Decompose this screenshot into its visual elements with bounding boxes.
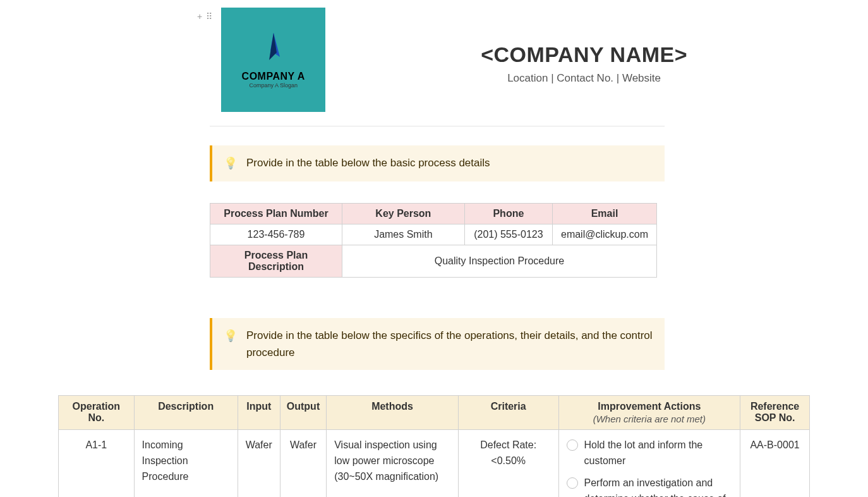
criteria-line-2: <0.50% bbox=[466, 453, 551, 469]
action-text-0: Hold the lot and inform the customer bbox=[584, 438, 733, 469]
header-row: + ⠿ COMPANY A Company A Slogan <COMPANY … bbox=[197, 8, 868, 112]
radio-unchecked-icon[interactable] bbox=[567, 439, 578, 451]
company-contact-line[interactable]: Location | Contact No. | Website bbox=[325, 72, 843, 85]
company-name-title[interactable]: <COMPANY NAME> bbox=[325, 42, 843, 67]
block-controls: + ⠿ bbox=[197, 11, 212, 21]
cell-plan-description[interactable]: Quality Inspection Procedure bbox=[342, 245, 656, 277]
cell-description[interactable]: Incoming Inspection Procedure bbox=[134, 430, 238, 497]
th-phone: Phone bbox=[464, 203, 552, 224]
callout-text-2: Provide in the table below the specifics… bbox=[246, 327, 653, 361]
th-plan-description: Process Plan Description bbox=[210, 245, 342, 277]
cell-phone[interactable]: (201) 555-0123 bbox=[464, 224, 552, 245]
cell-op-no[interactable]: A1-1 bbox=[59, 430, 135, 497]
callout-process-details[interactable]: 💡 Provide in the table below the basic p… bbox=[210, 145, 665, 181]
th-input: Input bbox=[238, 396, 280, 430]
process-values-row: 123-456-789 James Smith (201) 555-0123 e… bbox=[210, 224, 657, 245]
cell-output[interactable]: Wafer bbox=[280, 430, 326, 497]
ops-row-0: A1-1 Incoming Inspection Procedure Wafer… bbox=[59, 430, 810, 497]
radio-unchecked-icon[interactable] bbox=[567, 477, 578, 489]
cell-ref-sop[interactable]: AA-B-0001 bbox=[740, 430, 810, 497]
header-divider bbox=[210, 126, 665, 126]
callout-operations[interactable]: 💡 Provide in the table below the specifi… bbox=[210, 318, 665, 370]
criteria-line-1: Defect Rate: bbox=[466, 438, 551, 453]
th-methods: Methods bbox=[327, 396, 459, 430]
callout-text-1: Provide in the table below the basic pro… bbox=[246, 154, 490, 171]
logo-slogan: Company A Slogan bbox=[249, 82, 298, 89]
th-op-no: Operation No. bbox=[59, 396, 135, 430]
company-logo-tile[interactable]: COMPANY A Company A Slogan bbox=[221, 8, 325, 112]
th-plan-number: Process Plan Number bbox=[210, 203, 342, 224]
lightbulb-icon: 💡 bbox=[224, 154, 238, 173]
th-key-person: Key Person bbox=[342, 203, 464, 224]
add-block-icon[interactable]: + bbox=[197, 11, 202, 21]
document-page: + ⠿ COMPANY A Company A Slogan <COMPANY … bbox=[0, 0, 868, 497]
cell-actions[interactable]: Hold the lot and inform the customer Per… bbox=[558, 430, 740, 497]
cell-plan-number[interactable]: 123-456-789 bbox=[210, 224, 342, 245]
company-title-block: <COMPANY NAME> Location | Contact No. | … bbox=[325, 42, 868, 85]
operations-table-wrap: Operation No. Description Input Output M… bbox=[58, 395, 810, 497]
cell-methods[interactable]: Visual inspection using low power micros… bbox=[327, 430, 459, 497]
cell-key-person[interactable]: James Smith bbox=[342, 224, 464, 245]
th-actions: Improvement Actions (When criteria are n… bbox=[558, 396, 740, 430]
action-item-1[interactable]: Perform an investigation and determine w… bbox=[567, 476, 733, 497]
process-headers-row: Process Plan Number Key Person Phone Ema… bbox=[210, 203, 657, 224]
th-ref-sop: Reference SOP No. bbox=[740, 396, 810, 430]
lightbulb-icon: 💡 bbox=[224, 327, 238, 345]
drag-handle-icon[interactable]: ⠿ bbox=[206, 11, 212, 21]
th-output: Output bbox=[280, 396, 326, 430]
cell-email[interactable]: email@clickup.com bbox=[553, 224, 657, 245]
action-item-0[interactable]: Hold the lot and inform the customer bbox=[567, 438, 733, 469]
operations-table[interactable]: Operation No. Description Input Output M… bbox=[58, 395, 810, 497]
th-actions-label: Improvement Actions bbox=[598, 401, 701, 412]
cell-input[interactable]: Wafer bbox=[238, 430, 280, 497]
methods-line-1: Visual inspection using low power micros… bbox=[334, 438, 450, 484]
th-email: Email bbox=[553, 203, 657, 224]
th-actions-sub: (When criteria are not met) bbox=[565, 414, 734, 424]
th-criteria: Criteria bbox=[458, 396, 558, 430]
ops-header-row: Operation No. Description Input Output M… bbox=[59, 396, 810, 430]
action-text-1: Perform an investigation and determine w… bbox=[584, 476, 733, 497]
th-description: Description bbox=[134, 396, 238, 430]
cell-criteria[interactable]: Defect Rate: <0.50% bbox=[458, 430, 558, 497]
logo-mark-icon bbox=[258, 32, 289, 70]
logo-company-text: COMPANY A bbox=[242, 71, 305, 82]
process-details-table[interactable]: Process Plan Number Key Person Phone Ema… bbox=[210, 203, 657, 278]
process-description-row: Process Plan Description Quality Inspect… bbox=[210, 245, 657, 277]
